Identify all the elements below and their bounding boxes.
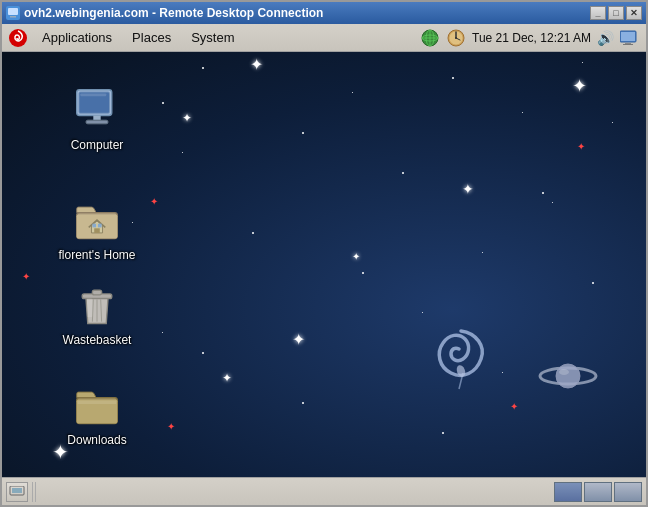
svg-rect-2	[10, 16, 16, 18]
svg-rect-22	[86, 120, 108, 124]
home-icon[interactable]: florent's Home	[52, 192, 142, 268]
taskbar-right-buttons	[554, 482, 642, 502]
home-icon-image	[73, 196, 121, 244]
downloads-icon[interactable]: Downloads	[52, 377, 142, 453]
debian-swirl-decoration	[431, 321, 491, 391]
maximize-button[interactable]: □	[608, 6, 624, 20]
menu-right: Tue 21 Dec, 12:21 AM 🔊	[420, 28, 640, 48]
computer-label: Computer	[71, 138, 124, 154]
places-menu[interactable]: Places	[124, 27, 179, 48]
svg-rect-44	[12, 488, 22, 493]
svg-rect-28	[98, 224, 102, 228]
svg-point-13	[455, 37, 457, 39]
network-icon[interactable]	[420, 28, 440, 48]
home-label: florent's Home	[59, 248, 136, 264]
svg-rect-33	[92, 290, 101, 295]
title-bar: ovh2.webingenia.com - Remote Desktop Con…	[2, 2, 646, 24]
clock-icon	[446, 28, 466, 48]
svg-rect-1	[8, 8, 18, 15]
downloads-label: Downloads	[67, 433, 126, 449]
applications-menu[interactable]: Applications	[34, 27, 120, 48]
close-button[interactable]: ✕	[626, 6, 642, 20]
minimize-button[interactable]: _	[590, 6, 606, 20]
svg-rect-15	[621, 32, 635, 41]
svg-rect-34	[87, 299, 93, 317]
svg-rect-27	[92, 224, 96, 228]
taskbar	[2, 477, 646, 505]
show-desktop-button[interactable]	[6, 482, 28, 502]
title-bar-left: ovh2.webingenia.com - Remote Desktop Con…	[6, 6, 323, 20]
computer-icon[interactable]: Computer	[52, 82, 142, 158]
datetime-display: Tue 21 Dec, 12:21 AM	[472, 31, 591, 45]
display-icon	[620, 30, 640, 46]
wastebasket-icon[interactable]: Wastebasket	[52, 277, 142, 353]
svg-rect-17	[623, 44, 633, 45]
taskbar-btn-1[interactable]	[554, 482, 582, 502]
svg-rect-21	[93, 116, 100, 121]
window-frame: ovh2.webingenia.com - Remote Desktop Con…	[0, 0, 648, 507]
svg-rect-37	[78, 400, 117, 404]
debian-logo-icon	[8, 28, 28, 48]
taskbar-separator	[32, 482, 38, 502]
system-menu[interactable]: System	[183, 27, 242, 48]
taskbar-btn-3[interactable]	[614, 482, 642, 502]
svg-point-42	[559, 369, 569, 375]
computer-icon-image	[73, 86, 121, 134]
taskbar-btn-2[interactable]	[584, 482, 612, 502]
wastebasket-label: Wastebasket	[63, 333, 132, 349]
speaker-icon[interactable]: 🔊	[597, 30, 614, 46]
svg-rect-26	[94, 228, 100, 233]
desktop: ✦ ✦ ✦ ✦ ✦ ✦ ✦ ✦ ✦ ✦ ✦ ✦ ✦	[2, 52, 646, 481]
title-bar-text: ovh2.webingenia.com - Remote Desktop Con…	[24, 6, 323, 20]
planet-decoration	[538, 358, 598, 393]
wastebasket-icon-image	[73, 281, 121, 329]
svg-rect-23	[80, 93, 106, 96]
menu-bar: Applications Places System Tue 21 Dec, 1	[2, 24, 646, 52]
title-bar-buttons: _ □ ✕	[590, 6, 642, 20]
downloads-icon-image	[73, 381, 121, 429]
title-bar-icon	[6, 6, 20, 20]
